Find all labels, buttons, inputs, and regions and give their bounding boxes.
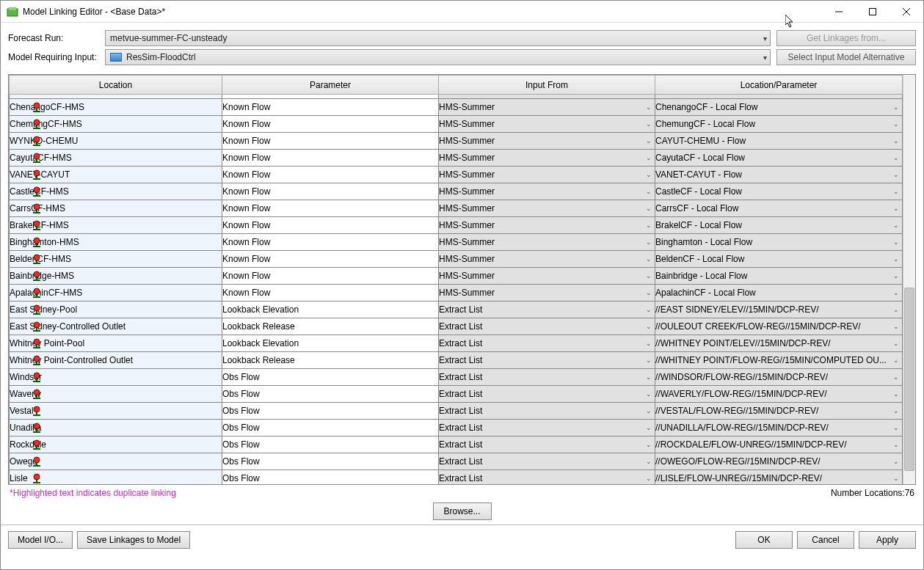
location-parameter-select[interactable]: //LISLE/FLOW-UNREG//15MIN/DCP-REV/⌄ (655, 470, 903, 485)
input-from-select[interactable]: HMS-Summer⌄ (439, 234, 655, 251)
location-parameter-select[interactable]: BeldenCF - Local Flow⌄ (655, 251, 903, 268)
location-cell: ApalachinCF-HMS (10, 285, 222, 302)
location-parameter-select[interactable]: //EAST SIDNEY/ELEV//15MIN/DCP-REV/⌄ (655, 302, 903, 318)
table-row[interactable]: BeldenCF-HMSKnown FlowHMS-Summer⌄BeldenC… (10, 251, 903, 268)
input-from-select[interactable]: Extract List⌄ (439, 302, 655, 318)
vertical-scrollbar[interactable] (903, 75, 915, 484)
table-row[interactable]: Binghamton-HMSKnown FlowHMS-Summer⌄Bingh… (10, 234, 903, 251)
location-text: Lisle (10, 473, 28, 483)
location-parameter-select[interactable]: ApalachinCF - Local Flow⌄ (655, 285, 903, 302)
maximize-button[interactable] (856, 1, 890, 23)
table-row[interactable]: WYNKO-CHEMUKnown FlowHMS-Summer⌄CAYUT-CH… (10, 133, 903, 150)
input-from-select[interactable]: HMS-Summer⌄ (439, 183, 655, 200)
location-parameter-select[interactable]: //WAVERLY/FLOW-REG//15MIN/DCP-REV/⌄ (655, 386, 903, 403)
table-row[interactable]: VestalObs FlowExtract List⌄//VESTAL/FLOW… (10, 403, 903, 420)
location-parameter-select[interactable]: //VESTAL/FLOW-REG//15MIN/DCP-REV/⌄ (655, 403, 903, 420)
location-cell: Owego (10, 453, 222, 470)
chevron-down-icon: ⌄ (646, 289, 652, 296)
scroll-thumb[interactable] (904, 288, 914, 471)
col-location-parameter[interactable]: Location/Parameter (655, 76, 903, 95)
table-row[interactable]: VANET-CAYUTKnown FlowHMS-Summer⌄VANET-CA… (10, 167, 903, 183)
model-requiring-select[interactable]: ResSim-FloodCtrl ▾ (105, 49, 771, 65)
input-from-select[interactable]: HMS-Summer⌄ (439, 285, 655, 302)
col-input-from[interactable]: Input From (439, 76, 655, 95)
chevron-down-icon: ⌄ (893, 340, 899, 347)
table-row[interactable]: WindsorObs FlowExtract List⌄//WINDSOR/FL… (10, 369, 903, 386)
location-parameter-select[interactable]: //OULEOUT CREEK/FLOW-REG//15MIN/DCP-REV/… (655, 318, 903, 335)
close-button[interactable] (890, 1, 923, 23)
svg-rect-17 (33, 161, 40, 163)
table-row[interactable]: CarrsCF-HMSKnown FlowHMS-Summer⌄CarrsCF … (10, 200, 903, 217)
location-parameter-select[interactable]: CarrsCF - Local Flow⌄ (655, 200, 903, 217)
table-row[interactable]: RockdaleObs FlowExtract List⌄//ROCKDALE/… (10, 436, 903, 453)
parameter-cell: Obs Flow (222, 420, 439, 436)
location-parameter-select[interactable]: //WINDSOR/FLOW-REG//15MIN/DCP-REV/⌄ (655, 369, 903, 386)
input-from-select[interactable]: Extract List⌄ (439, 369, 655, 386)
browse-button[interactable]: Browse... (433, 503, 492, 520)
table-row[interactable]: ChenangoCF-HMSKnown FlowHMS-Summer⌄Chena… (10, 99, 903, 116)
input-from-select[interactable]: Extract List⌄ (439, 436, 655, 453)
model-io-button[interactable]: Model I/O... (8, 531, 73, 549)
location-cell: BrakelCF-HMS (10, 217, 222, 234)
table-row[interactable]: ApalachinCF-HMSKnown FlowHMS-Summer⌄Apal… (10, 285, 903, 302)
input-from-select[interactable]: Extract List⌄ (439, 453, 655, 470)
input-from-select[interactable]: HMS-Summer⌄ (439, 217, 655, 234)
ok-button[interactable]: OK (735, 531, 793, 549)
table-row[interactable]: BrakelCF-HMSKnown FlowHMS-Summer⌄BrakelC… (10, 217, 903, 234)
input-from-select[interactable]: HMS-Summer⌄ (439, 251, 655, 268)
input-from-select[interactable]: Extract List⌄ (439, 470, 655, 485)
get-linkages-button[interactable]: Get Linkages from... (776, 30, 916, 46)
location-parameter-select[interactable]: //WHITNEY POINT/ELEV//15MIN/DCP-REV/⌄ (655, 335, 903, 352)
minimize-button[interactable] (822, 1, 856, 23)
input-from-select[interactable]: HMS-Summer⌄ (439, 99, 655, 116)
input-from-select[interactable]: HMS-Summer⌄ (439, 268, 655, 285)
table-row[interactable]: Whitney Point-Controlled OutletLookback … (10, 352, 903, 369)
location-parameter-select[interactable]: BrakelCF - Local Flow⌄ (655, 217, 903, 234)
input-from-select[interactable]: HMS-Summer⌄ (439, 133, 655, 150)
cancel-button[interactable]: Cancel (797, 531, 854, 549)
location-parameter-select[interactable]: CastleCF - Local Flow⌄ (655, 183, 903, 200)
location-parameter-select[interactable]: //ROCKDALE/FLOW-UNREG//15MIN/DCP-REV/⌄ (655, 436, 903, 453)
table-row[interactable]: LisleObs FlowExtract List⌄//LISLE/FLOW-U… (10, 470, 903, 485)
table-row[interactable]: East Sidney-Controlled OutletLookback Re… (10, 318, 903, 335)
forecast-run-select[interactable]: metvue-summer-FC-unsteady ▾ (105, 30, 771, 46)
table-row[interactable]: UnadillaObs FlowExtract List⌄//UNADILLA/… (10, 420, 903, 436)
input-from-select[interactable]: Extract List⌄ (439, 318, 655, 335)
location-parameter-select[interactable]: ChenangoCF - Local Flow⌄ (655, 99, 903, 116)
input-from-select[interactable]: HMS-Summer⌄ (439, 150, 655, 167)
input-from-select[interactable]: HMS-Summer⌄ (439, 116, 655, 133)
table-row[interactable]: CayutaCF-HMSKnown FlowHMS-Summer⌄CayutaC… (10, 150, 903, 167)
input-from-select[interactable]: Extract List⌄ (439, 403, 655, 420)
location-parameter-select[interactable]: //UNADILLA/FLOW-REG//15MIN/DCP-REV/⌄ (655, 420, 903, 436)
location-parameter-select[interactable]: ChemungCF - Local Flow⌄ (655, 116, 903, 133)
input-from-select[interactable]: HMS-Summer⌄ (439, 167, 655, 183)
input-from-select[interactable]: Extract List⌄ (439, 420, 655, 436)
col-location[interactable]: Location (10, 76, 222, 95)
table-row[interactable]: Whitney Point-PoolLookback ElevationExtr… (10, 335, 903, 352)
location-cell: Rockdale (10, 436, 222, 453)
input-from-select[interactable]: Extract List⌄ (439, 352, 655, 369)
col-parameter[interactable]: Parameter (222, 76, 439, 95)
parameter-cell: Lookback Release (222, 318, 439, 335)
input-from-select[interactable]: Extract List⌄ (439, 386, 655, 403)
location-parameter-select[interactable]: Binghamton - Local Flow⌄ (655, 234, 903, 251)
table-row[interactable]: CastleCF-HMSKnown FlowHMS-Summer⌄CastleC… (10, 183, 903, 200)
table-row[interactable]: WaverlyObs FlowExtract List⌄//WAVERLY/FL… (10, 386, 903, 403)
input-from-select[interactable]: HMS-Summer⌄ (439, 200, 655, 217)
table-row[interactable]: OwegoObs FlowExtract List⌄//OWEGO/FLOW-R… (10, 453, 903, 470)
table-row[interactable]: Bainbridge-HMSKnown FlowHMS-Summer⌄Bainb… (10, 268, 903, 285)
location-parameter-select[interactable]: CayutaCF - Local Flow⌄ (655, 150, 903, 167)
location-parameter-select[interactable]: CAYUT-CHEMU - Flow⌄ (655, 133, 903, 150)
location-parameter-select[interactable]: //WHITNEY POINT/FLOW-REG//15MIN/COMPUTED… (655, 352, 903, 369)
save-linkages-button[interactable]: Save Linkages to Model (77, 531, 190, 549)
location-parameter-select[interactable]: //OWEGO/FLOW-REG//15MIN/DCP-REV/⌄ (655, 453, 903, 470)
location-parameter-select[interactable]: Bainbridge - Local Flow⌄ (655, 268, 903, 285)
location-parameter-select[interactable]: VANET-CAYUT - Flow⌄ (655, 167, 903, 183)
table-row[interactable]: ChemungCF-HMSKnown FlowHMS-Summer⌄Chemun… (10, 116, 903, 133)
svg-point-42 (34, 305, 40, 311)
input-from-select[interactable]: Extract List⌄ (439, 335, 655, 352)
svg-rect-50 (33, 347, 40, 348)
table-row[interactable]: East Sidney-PoolLookback ElevationExtrac… (10, 302, 903, 318)
apply-button[interactable]: Apply (859, 531, 916, 549)
select-alternative-button[interactable]: Select Input Model Alternative (776, 49, 916, 65)
